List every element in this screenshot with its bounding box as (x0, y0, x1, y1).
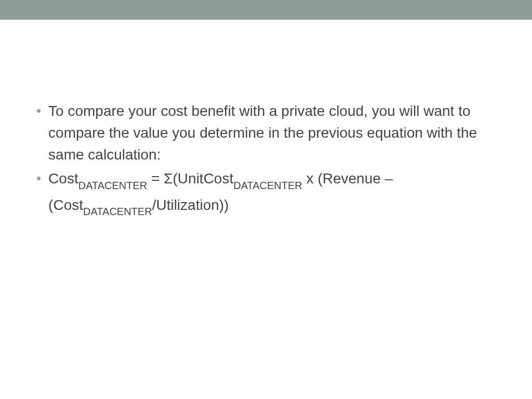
list-item: • To compare your cost benefit with a pr… (36, 100, 496, 166)
eq-subscript: DATACENTER (233, 180, 302, 191)
bullet-equation: CostDATACENTER = Σ(UnitCostDATACENTER x … (48, 168, 496, 220)
list-item: • CostDATACENTER = Σ(UnitCostDATACENTER … (36, 168, 496, 220)
eq-part: = Σ(UnitCost (147, 170, 233, 187)
bullet-icon: • (36, 168, 41, 189)
slide-header-bar (0, 0, 532, 20)
slide-content: • To compare your cost benefit with a pr… (0, 20, 532, 220)
eq-part: Cost (48, 170, 78, 187)
bullet-icon: • (36, 100, 41, 121)
eq-subscript: DATACENTER (83, 206, 152, 217)
bullet-text: To compare your cost benefit with a priv… (48, 100, 496, 166)
eq-part: /Utilization)) (152, 197, 229, 213)
eq-subscript: DATACENTER (78, 180, 148, 191)
